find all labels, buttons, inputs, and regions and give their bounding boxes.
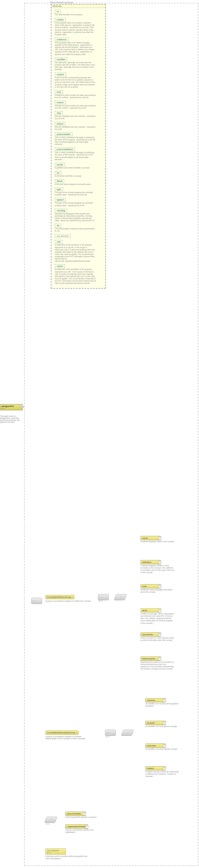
element-broader-desc: An identifier of a more generic concept. <box>145 725 179 727</box>
attr-whyuri-desc: Why the metadata has been included - exp… <box>55 126 96 130</box>
attr-creator-name[interactable]: creator <box>55 18 66 22</box>
element-persondetails-desc: A set of properties specific to a person <box>65 816 100 818</box>
attr-pubconstrainturi-desc: One or many constraints that apply to pu… <box>55 151 96 161</box>
element-narrower-desc: An identifier of a more specific concept… <box>145 748 179 750</box>
attr-pubconstrainturi-name[interactable]: pubconstrainturi <box>55 148 75 151</box>
element-related-desc: A related concept, where the relationshi… <box>145 771 179 778</box>
attr-how-name[interactable]: how <box>55 90 63 94</box>
attr-qcode-name[interactable]: qcode <box>55 163 65 166</box>
cdg-label: ConceptDefinitionGroup <box>47 596 71 598</box>
any-other-label: any ##other <box>47 849 59 852</box>
root-element[interactable]: assignedTo − 0..∞ <box>0 404 23 410</box>
attr-uri-name[interactable]: uri <box>55 171 61 175</box>
attr-pubconstraint-name[interactable]: pubconstraint <box>55 132 73 136</box>
attr-custom-desc: If set to true the corresponding propert… <box>55 76 96 88</box>
occur: 0..∞ <box>99 600 103 602</box>
attr-id-name[interactable]: id <box>55 10 60 13</box>
crg-desc: A group of properties required to indica… <box>46 736 91 740</box>
attr-xmllang-name[interactable]: xml:lang <box>55 209 67 212</box>
attr-creator-desc: If the property value is not defined, sp… <box>55 22 96 36</box>
attr-xmllang-desc: Specifies the language of this property … <box>55 213 96 222</box>
attr-modified-name[interactable]: modified <box>55 58 67 61</box>
any-other-desc: Extension point for provider-defined pro… <box>46 855 88 860</box>
element-sameas-desc: An identifier of a concept with equivale… <box>145 703 179 707</box>
attr-how-desc: Indicates by which means the value was e… <box>55 94 96 99</box>
element-name[interactable]: name+ <box>141 536 161 540</box>
attr-custom-name[interactable]: custom <box>55 72 66 76</box>
root-card: 0..∞ <box>1 407 21 409</box>
attr-role-desc: A refinement of the semantics of the pro… <box>55 244 96 262</box>
element-definition[interactable]: definition+ <box>141 560 161 564</box>
cdg-desc: A group of properties required to define… <box>46 600 91 602</box>
attr-whyuri-name[interactable]: whyuri <box>55 122 65 126</box>
element-name-desc: A natural language name for the concept. <box>141 540 175 543</box>
element-facet-desc: In NAR 1.8 and later, facet is deprecate… <box>141 613 175 624</box>
attr-header: attributes <box>53 5 62 7</box>
attr-type-name[interactable]: type <box>55 187 63 191</box>
occur: 0..∞ <box>47 852 64 854</box>
attr-why-desc: Why the metadata has been included - exp… <box>55 115 96 120</box>
root-desc: The party which is assigned to cover the… <box>0 415 22 423</box>
attr-dir-desc: The directionality of textual content (e… <box>55 228 96 232</box>
choice-cdg <box>114 594 127 600</box>
crg-label: ConceptRelationshipsGroup <box>47 731 75 734</box>
element-hierarchyinfo-desc: Represents the position of a concept in … <box>141 661 175 670</box>
element-related[interactable]: related+ <box>145 766 166 771</box>
attr-creatoruri-desc: If the property value is not defined (em… <box>55 42 96 56</box>
concept-definition-group[interactable]: ConceptDefinitionGroup − <box>46 595 75 599</box>
attr-howuri-name[interactable]: howuri <box>55 101 65 104</box>
element-definition-desc: A natural language definition of the sem… <box>141 565 175 574</box>
any-other-element[interactable]: any ##other 0..∞ <box>46 848 66 855</box>
choice-crg <box>121 730 134 736</box>
attr-modified-desc: The date (and, optionally, the time) whe… <box>55 62 96 71</box>
attr-dir-name[interactable]: dir <box>55 224 61 227</box>
attr-literal-desc: A free-text value assigned as property v… <box>55 183 96 185</box>
attr-qcode-desc: A qualified code which identifies a conc… <box>55 167 96 169</box>
element-broader[interactable]: broader+ <box>145 721 166 725</box>
element-note-desc: Additional natural language information … <box>141 589 175 593</box>
attr-why-name[interactable]: why <box>55 111 63 115</box>
attr-typeuri-desc: The type of the concept assigned as cont… <box>55 202 96 207</box>
element-remoteinfo[interactable]: remoteInfo+ <box>141 632 161 637</box>
concept-relationships-group[interactable]: ConceptRelationshipsGroup − <box>46 731 79 735</box>
attr-literal-name[interactable]: literal <box>55 179 64 183</box>
element-organisationdetails-desc: A group of properties specific to an org… <box>65 829 100 833</box>
attr-pubconstraint-desc: One or many constraints that apply to pu… <box>55 136 96 146</box>
element-narrower[interactable]: narrower+ <box>145 744 166 748</box>
element-note[interactable]: note+ <box>141 584 161 588</box>
element-persondetails[interactable]: personDetails+ <box>65 812 86 816</box>
seq-cdg <box>98 594 109 600</box>
attr-creatoruri-name[interactable]: creatoruri <box>55 38 68 41</box>
conn <box>21 407 24 407</box>
element-sameas[interactable]: sameAs+ <box>145 698 166 703</box>
occur: 0..∞ <box>106 736 110 738</box>
occur: 0..1 <box>46 823 50 825</box>
attr-role-name[interactable]: role <box>55 240 62 244</box>
attr-howuri-desc: Indicates by which means the value was e… <box>55 105 96 109</box>
root-name: assignedTo <box>1 405 14 407</box>
element-organisationdetails[interactable]: organisationDetails+ <box>65 824 88 829</box>
attr-roleuri-name[interactable]: roleuri <box>55 264 65 268</box>
attr-any-name[interactable]: any ##other <box>55 234 71 238</box>
choice-details <box>44 817 57 823</box>
element-facet[interactable]: facet+ <box>141 608 161 613</box>
attr-type-desc: The type of the concept assigned as cont… <box>55 191 96 196</box>
attr-typeuri-name[interactable]: typeuri <box>55 198 65 202</box>
seq-crg <box>105 730 116 736</box>
attr-roleuri-desc: A refinement of the semantics of the pro… <box>55 268 96 284</box>
element-hierarchyinfo[interactable]: hierarchyInfo+ <box>141 656 161 661</box>
attr-uri-desc: A URI which identifies a concept. <box>55 175 96 177</box>
sequence-root <box>31 598 42 604</box>
attributes-box: attributes idThe local identifier of the… <box>51 4 106 289</box>
attr-id-desc: The local identifier of the property. <box>55 13 96 16</box>
element-remoteinfo-desc: A link to an item or a web resource whic… <box>141 637 175 642</box>
